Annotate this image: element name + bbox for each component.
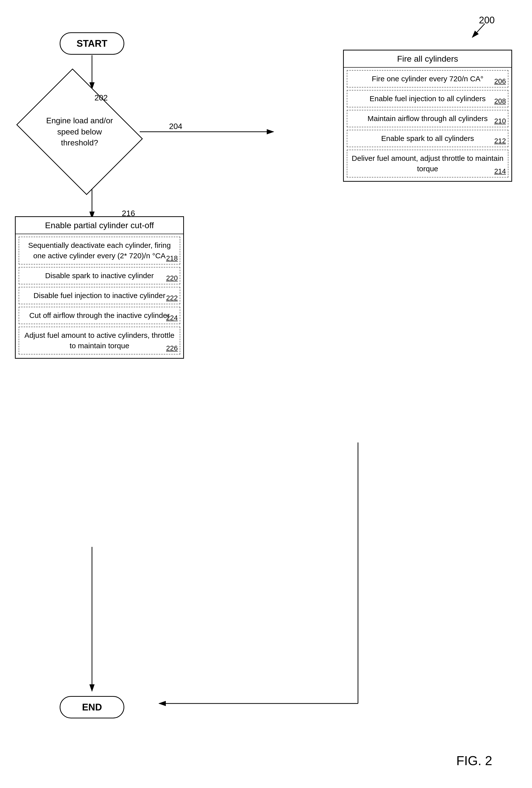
sub-box-226: Adjust fuel amount to active cylinders, … [19,327,180,354]
sub-box-218: Sequentially deactivate each cylinder, f… [19,237,180,264]
sub-box-222: Disable fuel injection to inactive cylin… [19,287,180,304]
sub-box-208: Enable fuel injection to all cylinders 2… [347,90,508,107]
left-main-title: Enable partial cylinder cut-off [16,217,183,234]
end-node: END [60,696,124,718]
sub-box-210: Maintain airflow through all cylinders 2… [347,110,508,127]
diagram-container: 200 START Engine load and/or speed below… [0,0,532,788]
decision-diamond: Engine load and/or speed below threshold… [20,87,139,177]
left-main-box: Enable partial cylinder cut-off Sequenti… [15,216,184,359]
sub-box-224: Cut off airflow through the inactive cyl… [19,307,180,324]
start-node: START [60,32,124,55]
ref-202: 202 [95,93,107,102]
decision-text: Engine load and/or speed below threshold… [42,115,117,149]
right-main-title: Fire all cylinders [344,51,511,67]
sub-box-212: Enable spark to all cylinders 212 [347,130,508,147]
ref-204: 204 [169,122,182,131]
sub-box-214: Deliver fuel amount, adjust throttle to … [347,150,508,177]
right-main-box: Fire all cylinders Fire one cylinder eve… [343,50,512,182]
figure-label: FIG. 2 [456,753,492,768]
sub-box-206: Fire one cylinder every 720/n CA° 206 [347,70,508,87]
ref-200: 200 [479,15,495,26]
svg-line-7 [472,24,485,37]
sub-box-220: Disable spark to inactive cylinder 220 [19,267,180,284]
